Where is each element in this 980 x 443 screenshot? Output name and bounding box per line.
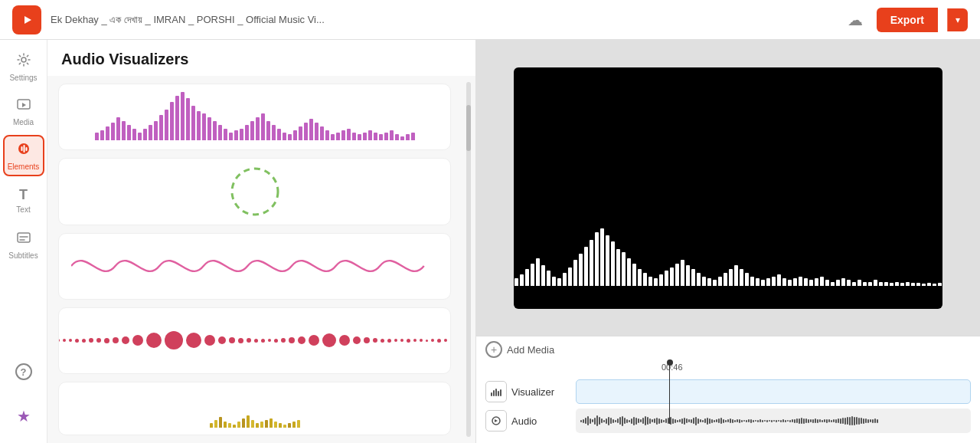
svg-point-2 [21,57,26,62]
audio-track-label: Audio [485,410,570,432]
timeline-track-audio: Audio [485,409,971,433]
preview-canvas [514,67,942,309]
elements-label: Elements [8,162,40,171]
svg-rect-10 [491,392,492,396]
viz5-bars [194,389,315,428]
sidebar-item-media[interactable]: Media [3,90,44,132]
svg-rect-11 [493,390,495,396]
visualizer-card-bars[interactable] [58,84,451,150]
scrollbar-thumb [466,105,471,151]
visualizer-list [47,76,462,443]
cursor-head [667,359,673,366]
audio-track-icon [485,410,507,432]
sidebar-item-premium[interactable]: ★ [3,395,44,437]
sidebar-icons: Settings Media Elements [0,40,47,443]
add-media-label: Add Media [507,344,554,356]
visualizer-track-name: Visualizer [511,386,554,398]
right-area: + Add Media 00:46 [476,40,980,443]
viz1-bars [80,87,430,148]
visualizer-track-label: Visualizer [485,381,570,402]
svg-rect-13 [498,391,499,396]
preview-area [476,40,980,336]
svg-rect-14 [500,389,501,396]
svg-rect-6 [23,145,24,153]
text-label: Text [16,205,30,214]
settings-icon [16,52,31,71]
timeline-top: + Add Media [485,341,971,358]
premium-icon: ★ [17,407,31,425]
add-media-icon: + [485,341,502,358]
panel-scrollbar[interactable] [465,82,472,437]
timeline: + Add Media 00:46 [476,336,980,443]
timeline-track-visualizer: Visualizer [485,379,971,404]
viz4-dots [58,331,451,349]
sidebar-item-text[interactable]: T Text [3,179,44,221]
video-title: Ek Dekhay _ এক দেখায় _ IMRAN _ PORSHI _… [51,14,834,26]
main-layout: Settings Media Elements [0,40,980,443]
visualizer-card-bars-yellow[interactable] [58,382,451,435]
text-icon: T [19,187,28,203]
subtitles-label: Subtitles [8,251,38,260]
timeline-ruler: 00:46 [577,363,971,376]
svg-rect-5 [21,146,22,151]
timeline-cursor [669,363,670,424]
viz2-circle-svg [224,161,286,222]
svg-rect-12 [495,389,497,396]
audio-track-name: Audio [511,415,537,427]
visualizer-card-wave[interactable] [58,233,451,300]
media-label: Media [13,118,34,126]
svg-rect-7 [25,147,27,151]
panel: Audio Visualizers [47,40,476,443]
help-icon: ? [15,363,32,380]
audio-track-content[interactable] [576,409,971,433]
export-button[interactable]: Export [877,8,938,32]
app-logo [12,5,41,34]
preview-visualizer-bars [514,225,942,286]
add-media-button[interactable]: + Add Media [485,341,554,358]
visualizer-track-icon [485,381,507,402]
sidebar-item-subtitles[interactable]: Subtitles [3,224,44,265]
cloud-icon[interactable]: ☁ [843,8,867,32]
audio-waveform [580,412,878,430]
top-bar: Ek Dekhay _ এক দেখায় _ IMRAN _ PORSHI _… [0,0,980,40]
media-icon [16,97,31,116]
sidebar-item-elements[interactable]: Elements [3,135,44,176]
svg-point-9 [232,169,278,215]
visualizer-card-dots[interactable] [58,307,451,374]
sidebar-item-help[interactable]: ? [3,351,44,392]
visualizer-track-content[interactable] [576,379,971,404]
export-dropdown-button[interactable]: ▾ [947,8,968,31]
settings-label: Settings [9,74,37,82]
subtitles-icon [16,230,31,249]
svg-rect-8 [18,233,30,242]
viz3-wave-svg [71,239,439,293]
panel-title: Audio Visualizers [47,40,475,76]
elements-icon [16,141,31,160]
visualizer-card-circle[interactable] [58,158,451,225]
sidebar-item-settings[interactable]: Settings [3,46,44,87]
